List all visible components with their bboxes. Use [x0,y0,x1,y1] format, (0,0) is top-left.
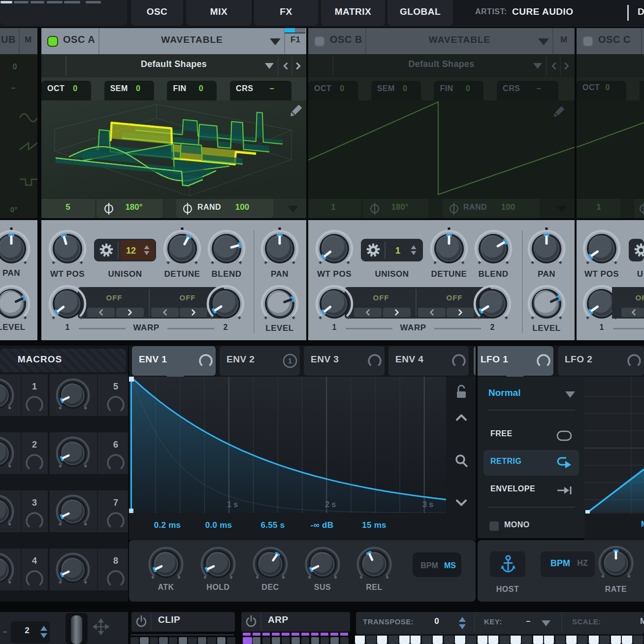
svg-text:1: 1 [288,357,292,365]
svg-text:12: 12 [126,246,136,256]
svg-text:BPM: BPM [420,561,438,570]
svg-text:OF: OF [636,293,644,302]
svg-text:1: 1 [395,246,400,256]
svg-text:OFF: OFF [373,293,389,302]
svg-text:MS: MS [444,561,456,570]
svg-text:OFF: OFF [106,293,123,302]
svg-text:OFF: OFF [180,293,196,302]
svg-text:OFF: OFF [447,293,463,302]
